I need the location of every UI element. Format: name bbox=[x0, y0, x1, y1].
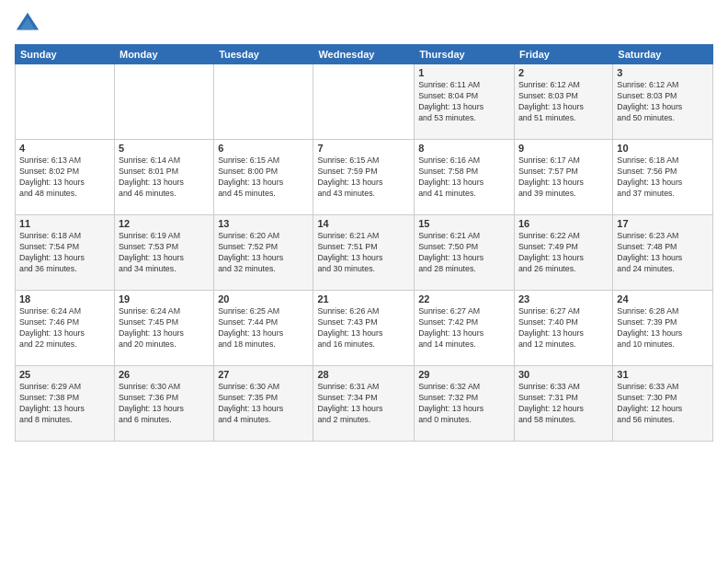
calendar-cell: 24Sunrise: 6:28 AM Sunset: 7:39 PM Dayli… bbox=[613, 291, 713, 366]
calendar-cell bbox=[114, 64, 213, 140]
calendar-cell: 11Sunrise: 6:18 AM Sunset: 7:54 PM Dayli… bbox=[16, 215, 115, 291]
day-info: Sunrise: 6:28 AM Sunset: 7:39 PM Dayligh… bbox=[617, 306, 709, 350]
day-info: Sunrise: 6:23 AM Sunset: 7:48 PM Dayligh… bbox=[617, 231, 709, 275]
day-info: Sunrise: 6:22 AM Sunset: 7:49 PM Dayligh… bbox=[518, 231, 609, 275]
calendar-header-saturday: Saturday bbox=[613, 45, 713, 64]
day-number: 21 bbox=[317, 293, 410, 304]
day-info: Sunrise: 6:19 AM Sunset: 7:53 PM Dayligh… bbox=[119, 231, 210, 275]
calendar-cell: 31Sunrise: 6:33 AM Sunset: 7:30 PM Dayli… bbox=[613, 366, 713, 442]
day-number: 20 bbox=[218, 293, 309, 304]
day-info: Sunrise: 6:33 AM Sunset: 7:30 PM Dayligh… bbox=[617, 382, 709, 426]
calendar-header-monday: Monday bbox=[114, 45, 213, 64]
day-number: 25 bbox=[19, 369, 110, 380]
day-info: Sunrise: 6:30 AM Sunset: 7:36 PM Dayligh… bbox=[119, 382, 210, 426]
day-number: 15 bbox=[418, 218, 510, 229]
calendar-cell: 8Sunrise: 6:16 AM Sunset: 7:58 PM Daylig… bbox=[415, 140, 515, 215]
calendar-cell: 6Sunrise: 6:15 AM Sunset: 8:00 PM Daylig… bbox=[214, 140, 313, 215]
day-number: 7 bbox=[317, 143, 410, 154]
calendar-cell: 21Sunrise: 6:26 AM Sunset: 7:43 PM Dayli… bbox=[313, 291, 415, 366]
day-number: 4 bbox=[19, 143, 110, 154]
day-number: 8 bbox=[418, 143, 510, 154]
day-number: 12 bbox=[119, 218, 210, 229]
day-number: 2 bbox=[518, 67, 609, 78]
calendar-cell bbox=[214, 64, 313, 140]
day-number: 10 bbox=[617, 143, 709, 154]
day-number: 24 bbox=[617, 293, 709, 304]
day-info: Sunrise: 6:24 AM Sunset: 7:46 PM Dayligh… bbox=[19, 306, 110, 350]
day-info: Sunrise: 6:18 AM Sunset: 7:56 PM Dayligh… bbox=[617, 155, 709, 200]
day-number: 23 bbox=[518, 293, 609, 304]
logo-icon bbox=[15, 11, 40, 37]
day-number: 18 bbox=[19, 293, 110, 304]
day-info: Sunrise: 6:29 AM Sunset: 7:38 PM Dayligh… bbox=[19, 382, 110, 426]
calendar-header-row: SundayMondayTuesdayWednesdayThursdayFrid… bbox=[16, 45, 713, 64]
day-number: 9 bbox=[518, 143, 609, 154]
day-info: Sunrise: 6:20 AM Sunset: 7:52 PM Dayligh… bbox=[218, 231, 309, 275]
calendar-cell: 29Sunrise: 6:32 AM Sunset: 7:32 PM Dayli… bbox=[415, 366, 515, 442]
calendar-cell: 26Sunrise: 6:30 AM Sunset: 7:36 PM Dayli… bbox=[114, 366, 213, 442]
calendar-header-sunday: Sunday bbox=[16, 45, 115, 64]
calendar-cell: 22Sunrise: 6:27 AM Sunset: 7:42 PM Dayli… bbox=[415, 291, 515, 366]
calendar-header-wednesday: Wednesday bbox=[313, 45, 415, 64]
page: SundayMondayTuesdayWednesdayThursdayFrid… bbox=[0, 0, 728, 563]
calendar-row-0: 1Sunrise: 6:11 AM Sunset: 8:04 PM Daylig… bbox=[16, 64, 713, 140]
day-info: Sunrise: 6:33 AM Sunset: 7:31 PM Dayligh… bbox=[518, 382, 609, 426]
day-info: Sunrise: 6:15 AM Sunset: 8:00 PM Dayligh… bbox=[218, 155, 309, 200]
day-info: Sunrise: 6:27 AM Sunset: 7:42 PM Dayligh… bbox=[418, 306, 510, 350]
calendar-cell: 27Sunrise: 6:30 AM Sunset: 7:35 PM Dayli… bbox=[214, 366, 313, 442]
day-info: Sunrise: 6:15 AM Sunset: 7:59 PM Dayligh… bbox=[317, 155, 410, 200]
calendar-cell bbox=[313, 64, 415, 140]
day-number: 6 bbox=[218, 143, 309, 154]
calendar-row-3: 18Sunrise: 6:24 AM Sunset: 7:46 PM Dayli… bbox=[16, 291, 713, 366]
day-number: 5 bbox=[119, 143, 210, 154]
calendar-cell: 15Sunrise: 6:21 AM Sunset: 7:50 PM Dayli… bbox=[415, 215, 515, 291]
day-number: 11 bbox=[19, 218, 110, 229]
day-number: 29 bbox=[418, 369, 510, 380]
calendar-row-2: 11Sunrise: 6:18 AM Sunset: 7:54 PM Dayli… bbox=[16, 215, 713, 291]
calendar-cell: 9Sunrise: 6:17 AM Sunset: 7:57 PM Daylig… bbox=[514, 140, 612, 215]
calendar-cell: 18Sunrise: 6:24 AM Sunset: 7:46 PM Dayli… bbox=[16, 291, 115, 366]
calendar-row-4: 25Sunrise: 6:29 AM Sunset: 7:38 PM Dayli… bbox=[16, 366, 713, 442]
calendar-table: SundayMondayTuesdayWednesdayThursdayFrid… bbox=[15, 44, 713, 442]
day-number: 30 bbox=[518, 369, 609, 380]
day-info: Sunrise: 6:21 AM Sunset: 7:51 PM Dayligh… bbox=[317, 231, 410, 275]
day-number: 19 bbox=[119, 293, 210, 304]
day-number: 3 bbox=[617, 67, 709, 78]
calendar-cell: 2Sunrise: 6:12 AM Sunset: 8:03 PM Daylig… bbox=[514, 64, 612, 140]
day-info: Sunrise: 6:26 AM Sunset: 7:43 PM Dayligh… bbox=[317, 306, 410, 350]
day-number: 27 bbox=[218, 369, 309, 380]
calendar-cell: 23Sunrise: 6:27 AM Sunset: 7:40 PM Dayli… bbox=[514, 291, 612, 366]
day-info: Sunrise: 6:14 AM Sunset: 8:01 PM Dayligh… bbox=[119, 155, 210, 200]
day-info: Sunrise: 6:11 AM Sunset: 8:04 PM Dayligh… bbox=[418, 80, 510, 124]
day-info: Sunrise: 6:25 AM Sunset: 7:44 PM Dayligh… bbox=[218, 306, 309, 350]
calendar-cell: 25Sunrise: 6:29 AM Sunset: 7:38 PM Dayli… bbox=[16, 366, 115, 442]
day-number: 22 bbox=[418, 293, 510, 304]
day-number: 31 bbox=[617, 369, 709, 380]
calendar-row-1: 4Sunrise: 6:13 AM Sunset: 8:02 PM Daylig… bbox=[16, 140, 713, 215]
calendar-cell: 13Sunrise: 6:20 AM Sunset: 7:52 PM Dayli… bbox=[214, 215, 313, 291]
calendar-cell: 14Sunrise: 6:21 AM Sunset: 7:51 PM Dayli… bbox=[313, 215, 415, 291]
calendar-cell: 7Sunrise: 6:15 AM Sunset: 7:59 PM Daylig… bbox=[313, 140, 415, 215]
calendar-cell: 12Sunrise: 6:19 AM Sunset: 7:53 PM Dayli… bbox=[114, 215, 213, 291]
day-info: Sunrise: 6:21 AM Sunset: 7:50 PM Dayligh… bbox=[418, 231, 510, 275]
day-info: Sunrise: 6:18 AM Sunset: 7:54 PM Dayligh… bbox=[19, 231, 110, 275]
calendar-cell: 28Sunrise: 6:31 AM Sunset: 7:34 PM Dayli… bbox=[313, 366, 415, 442]
header bbox=[15, 11, 713, 37]
calendar-header-thursday: Thursday bbox=[415, 45, 515, 64]
day-number: 28 bbox=[317, 369, 410, 380]
day-number: 14 bbox=[317, 218, 410, 229]
day-info: Sunrise: 6:27 AM Sunset: 7:40 PM Dayligh… bbox=[518, 306, 609, 350]
calendar-cell: 10Sunrise: 6:18 AM Sunset: 7:56 PM Dayli… bbox=[613, 140, 713, 215]
day-info: Sunrise: 6:30 AM Sunset: 7:35 PM Dayligh… bbox=[218, 382, 309, 426]
calendar-cell: 1Sunrise: 6:11 AM Sunset: 8:04 PM Daylig… bbox=[415, 64, 515, 140]
day-info: Sunrise: 6:16 AM Sunset: 7:58 PM Dayligh… bbox=[418, 155, 510, 200]
calendar-cell: 16Sunrise: 6:22 AM Sunset: 7:49 PM Dayli… bbox=[514, 215, 612, 291]
day-info: Sunrise: 6:24 AM Sunset: 7:45 PM Dayligh… bbox=[119, 306, 210, 350]
calendar-cell: 5Sunrise: 6:14 AM Sunset: 8:01 PM Daylig… bbox=[114, 140, 213, 215]
day-number: 26 bbox=[119, 369, 210, 380]
day-info: Sunrise: 6:17 AM Sunset: 7:57 PM Dayligh… bbox=[518, 155, 609, 200]
day-info: Sunrise: 6:13 AM Sunset: 8:02 PM Dayligh… bbox=[19, 155, 110, 200]
calendar-header-friday: Friday bbox=[514, 45, 612, 64]
day-info: Sunrise: 6:31 AM Sunset: 7:34 PM Dayligh… bbox=[317, 382, 410, 426]
calendar-cell bbox=[16, 64, 115, 140]
